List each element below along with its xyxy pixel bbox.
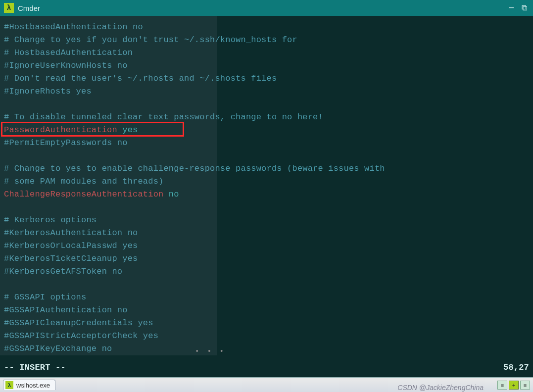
terminal-line: #GSSAPIKeyExchange no <box>4 343 529 355</box>
terminal-line: # some PAM modules and threads) <box>4 175 529 188</box>
terminal-line <box>4 278 529 291</box>
terminal-line: #HostbasedAuthentication no <box>4 21 529 34</box>
terminal-line <box>4 149 529 162</box>
tray-icon[interactable]: ≡ <box>497 381 507 390</box>
terminal-line: # Change to yes to enable challenge-resp… <box>4 162 529 175</box>
vim-cursor-pos: 58,27 <box>503 361 529 374</box>
statusbar: λ wslhost.exe CSDN @JackieZhengChina ≡+≡ <box>0 377 533 392</box>
terminal-line: # Don't read the user's ~/.rhosts and ~/… <box>4 72 529 85</box>
tab-label: wslhost.exe <box>16 382 50 389</box>
app-title: Cmder <box>18 4 40 12</box>
terminal-line: ChallengeResponseAuthentication no <box>4 188 529 201</box>
config-value: no <box>163 190 179 199</box>
terminal-line: #GSSAPIStrictAcceptorCheck yes <box>4 330 529 343</box>
terminal-line: # To disable tunneled clear text passwor… <box>4 111 529 124</box>
terminal-line: # Change to yes if you don't trust ~/.ss… <box>4 34 529 47</box>
terminal-line: #GSSAPICleanupCredentials yes <box>4 317 529 330</box>
terminal-line: #KerberosGetAFSToken no <box>4 265 529 278</box>
terminal-line: # Kerberos options <box>4 214 529 227</box>
app-icon: λ <box>4 3 14 13</box>
terminal-line <box>4 201 529 214</box>
lambda-icon: λ <box>5 381 13 389</box>
tray-icon[interactable]: + <box>509 381 519 390</box>
terminal-line: #PermitEmptyPasswords no <box>4 137 529 149</box>
terminal-line: # GSSAPI options <box>4 291 529 304</box>
config-value: yes <box>117 125 138 135</box>
terminal-line: #KerberosAuthentication no <box>4 227 529 240</box>
terminal-line: #KerberosOrLocalPasswd yes <box>4 240 529 252</box>
window-controls: — ⧉ <box>509 0 533 16</box>
terminal-line: #IgnoreUserKnownHosts no <box>4 59 529 72</box>
console-tab[interactable]: λ wslhost.exe <box>3 380 55 390</box>
terminal-line <box>4 98 529 111</box>
vim-mode: -- INSERT -- <box>4 361 66 374</box>
titlebar[interactable]: λ Cmder — ⧉ <box>0 0 533 16</box>
config-key: PasswordAuthentication <box>4 125 117 135</box>
terminal-line: #GSSAPIAuthentication no <box>4 304 529 317</box>
highlighted-config-line: PasswordAuthentication yes <box>4 124 529 137</box>
tray-icons: ≡+≡ <box>497 381 530 390</box>
terminal-line: #KerberosTicketCleanup yes <box>4 252 529 265</box>
terminal-line: # HostbasedAuthentication <box>4 47 529 59</box>
vim-status-line: -- INSERT -- 58,27 <box>4 361 529 374</box>
terminal-area[interactable]: #HostbasedAuthentication no# Change to y… <box>0 16 533 377</box>
terminal-line: #IgnoreRhosts yes <box>4 85 529 98</box>
maximize-button[interactable]: ⧉ <box>522 3 527 13</box>
config-key: ChallengeResponseAuthentication <box>4 190 163 199</box>
tray-icon[interactable]: ≡ <box>520 381 530 390</box>
minimize-button[interactable]: — <box>509 3 514 12</box>
watermark-text: CSDN @JackieZhengChina <box>397 384 484 392</box>
